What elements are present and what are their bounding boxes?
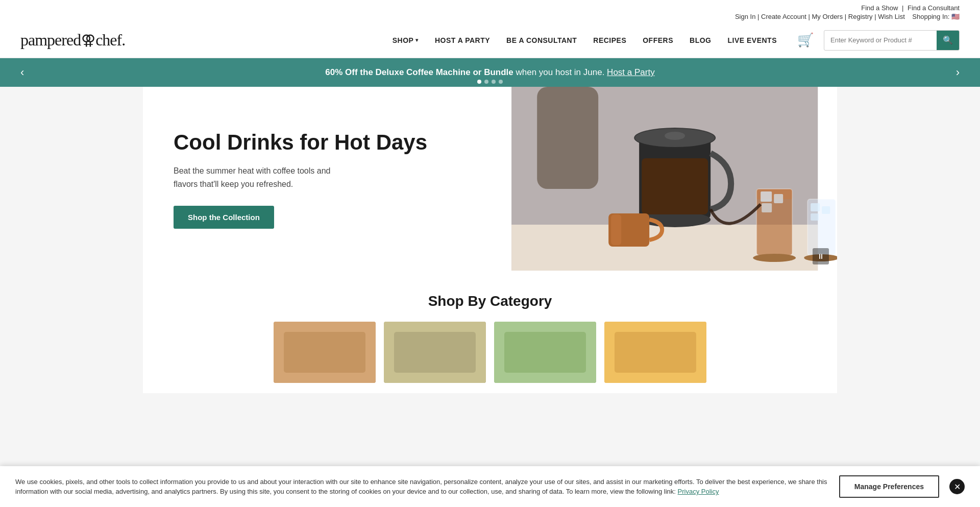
close-icon: ✕ bbox=[954, 482, 961, 492]
wish-list-link[interactable]: Wish List bbox=[878, 13, 905, 20]
svg-rect-18 bbox=[822, 206, 830, 214]
category-card-3[interactable] bbox=[494, 322, 596, 383]
svg-rect-6 bbox=[642, 158, 708, 214]
promo-cta-link[interactable]: Host a Party bbox=[607, 67, 655, 77]
cookie-close-button[interactable]: ✕ bbox=[949, 479, 965, 494]
promo-banner-text: 60% Off the Deluxe Coffee Machine or Bun… bbox=[31, 67, 949, 78]
nav-recipes[interactable]: RECIPES bbox=[593, 36, 626, 44]
cart-icon[interactable]: 🛒 bbox=[797, 32, 814, 48]
promo-regular-text: when you host in June. bbox=[516, 67, 607, 77]
main-navigation: pampered ⚢ chef. SHOP ▾ HOST A PARTY BE … bbox=[0, 22, 980, 58]
svg-point-8 bbox=[665, 132, 685, 140]
logo-text-chef: chef. bbox=[95, 31, 125, 50]
banner-dots bbox=[477, 80, 503, 84]
category-grid bbox=[143, 322, 837, 383]
cookie-text: We use cookies, pixels, and other tools … bbox=[15, 477, 829, 497]
sign-in-link[interactable]: Sign In bbox=[735, 13, 755, 20]
banner-next-button[interactable]: › bbox=[946, 66, 970, 79]
privacy-policy-link[interactable]: Privacy Policy bbox=[678, 488, 719, 495]
category-card-1[interactable] bbox=[274, 322, 376, 383]
logo-fork-icon: ⚢ bbox=[81, 32, 95, 49]
hero-image-panel: ⏸ bbox=[492, 87, 837, 273]
my-orders-link[interactable]: My Orders bbox=[812, 13, 843, 20]
svg-rect-32 bbox=[615, 332, 696, 373]
svg-rect-13 bbox=[762, 203, 772, 212]
logo[interactable]: pampered ⚢ chef. bbox=[20, 31, 125, 50]
hero-section: Cool Drinks for Hot Days Beat the summer… bbox=[143, 87, 837, 273]
category-card-4[interactable] bbox=[604, 322, 706, 383]
search-area: 🔍 bbox=[824, 30, 960, 51]
banner-prev-button[interactable]: ‹ bbox=[10, 66, 34, 79]
promo-banner: ‹ 60% Off the Deluxe Coffee Machine or B… bbox=[0, 58, 980, 87]
shop-dropdown-arrow: ▾ bbox=[415, 37, 419, 43]
banner-dot-2[interactable] bbox=[484, 80, 488, 84]
hero-description: Beat the summer heat with coffee tools a… bbox=[174, 164, 337, 190]
svg-point-15 bbox=[753, 254, 796, 262]
find-consultant-link[interactable]: Find a Consultant bbox=[908, 4, 960, 12]
nav-live-events[interactable]: LIVE EVENTS bbox=[727, 36, 777, 44]
search-button[interactable]: 🔍 bbox=[937, 30, 959, 51]
svg-rect-24 bbox=[537, 87, 598, 189]
create-account-link[interactable]: Create Account bbox=[761, 13, 806, 20]
pause-icon: ⏸ bbox=[817, 252, 824, 260]
shop-collection-button[interactable]: Shop the Collection bbox=[174, 206, 274, 229]
svg-rect-30 bbox=[504, 332, 586, 373]
category-image-1 bbox=[274, 322, 376, 383]
hero-title: Cool Drinks for Hot Days bbox=[174, 131, 461, 154]
pause-button[interactable]: ⏸ bbox=[813, 248, 829, 264]
category-card-2[interactable] bbox=[384, 322, 486, 383]
nav-blog[interactable]: BLOG bbox=[690, 36, 711, 44]
nav-host-a-party[interactable]: HOST A PARTY bbox=[435, 36, 490, 44]
top-utility-bar: Find a Show | Find a Consultant Sign In … bbox=[0, 0, 980, 22]
search-icon: 🔍 bbox=[943, 35, 953, 45]
hero-text-panel: Cool Drinks for Hot Days Beat the summer… bbox=[143, 87, 492, 273]
hero-image bbox=[492, 87, 837, 271]
nav-links: SHOP ▾ HOST A PARTY BE A CONSULTANT RECI… bbox=[393, 36, 777, 44]
shopping-in-label: Shopping In: bbox=[912, 13, 949, 20]
find-show-link[interactable]: Find a Show bbox=[861, 4, 898, 12]
logo-text-pampered: pampered bbox=[20, 31, 81, 50]
nav-be-a-consultant[interactable]: BE A CONSULTANT bbox=[506, 36, 577, 44]
svg-rect-19 bbox=[811, 213, 819, 221]
svg-rect-12 bbox=[774, 194, 783, 203]
svg-rect-28 bbox=[394, 332, 476, 373]
category-image-3 bbox=[494, 322, 596, 383]
category-image-4 bbox=[604, 322, 706, 383]
flag-icon: 🇺🇸 bbox=[951, 13, 960, 20]
nav-offers[interactable]: OFFERS bbox=[643, 36, 673, 44]
svg-rect-11 bbox=[761, 191, 772, 202]
category-image-2 bbox=[384, 322, 486, 383]
banner-dot-1[interactable] bbox=[477, 80, 481, 84]
svg-rect-26 bbox=[284, 332, 365, 373]
svg-rect-17 bbox=[811, 203, 820, 211]
manage-preferences-button[interactable]: Manage Preferences bbox=[839, 475, 939, 498]
registry-link[interactable]: Registry bbox=[848, 13, 873, 20]
banner-dot-3[interactable] bbox=[492, 80, 496, 84]
search-input[interactable] bbox=[824, 36, 937, 44]
shop-by-category-title: Shop By Category bbox=[143, 293, 837, 309]
banner-dot-4[interactable] bbox=[499, 80, 503, 84]
shop-by-category-section: Shop By Category bbox=[143, 273, 837, 393]
promo-bold-text: 60% Off the Deluxe Coffee Machine or Bun… bbox=[325, 67, 513, 77]
nav-shop[interactable]: SHOP ▾ bbox=[393, 36, 419, 44]
cookie-banner: We use cookies, pixels, and other tools … bbox=[0, 466, 980, 507]
svg-rect-23 bbox=[611, 214, 621, 245]
